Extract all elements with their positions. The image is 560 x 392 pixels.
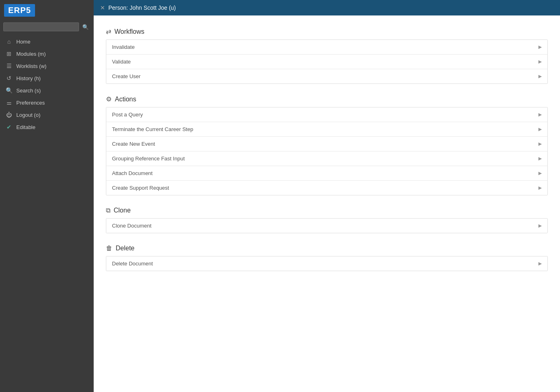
action-item-label: Grouping Reference Fast Input	[112, 155, 185, 162]
action-item-label: Terminate the Current Career Step	[112, 126, 193, 132]
action-item-label: Attach Document	[112, 170, 153, 176]
sidebar-item-label: Home	[16, 39, 31, 45]
clone-item-doc[interactable]: Clone Document ▶	[106, 219, 547, 233]
sidebar-item-worklists[interactable]: ☰ Worklists (w)	[0, 60, 94, 72]
nav-menu: ⌂ Home ⊞ Modules (m) ☰ Worklists (w) ↺ H…	[0, 34, 94, 392]
sidebar-item-label: History (h)	[16, 75, 41, 81]
arrow-icon: ▶	[538, 59, 542, 64]
workflow-item-label: Create User	[112, 73, 141, 79]
delete-item-label: Delete Document	[112, 261, 153, 267]
list-icon: ☰	[6, 63, 12, 69]
sidebar-item-label: Modules (m)	[16, 51, 46, 57]
history-icon: ↺	[6, 75, 12, 81]
sidebar-item-editable[interactable]: ✔ Editable	[0, 121, 94, 133]
delete-section: 🗑 Delete Delete Document ▶	[106, 245, 548, 271]
search-input[interactable]	[3, 22, 79, 31]
clone-icon: ⧉	[106, 207, 110, 214]
power-icon: ⏻	[6, 112, 12, 118]
trash-icon: 🗑	[106, 245, 112, 252]
workflows-title: ⇄ Workflows	[106, 28, 548, 35]
sidebar-item-search[interactable]: 🔍 Search (s)	[0, 84, 94, 96]
delete-list: Delete Document ▶	[106, 256, 548, 271]
action-item-label: Create New Event	[112, 141, 155, 147]
arrow-icon: ▶	[538, 141, 542, 147]
workflows-icon: ⇄	[106, 28, 111, 35]
clone-list: Clone Document ▶	[106, 218, 548, 233]
workflows-section: ⇄ Workflows Invalidate ▶ Validate ▶ Crea…	[106, 28, 548, 84]
search-button[interactable]: 🔍	[81, 23, 90, 31]
check-icon: ✔	[6, 124, 12, 130]
action-item-attach-doc[interactable]: Attach Document ▶	[106, 166, 547, 181]
close-tab-icon[interactable]: ✕	[100, 4, 105, 11]
action-item-post-query[interactable]: Post a Query ▶	[106, 107, 547, 122]
clone-label: Clone	[114, 207, 131, 214]
sidebar-item-label: Editable	[16, 124, 35, 130]
arrow-icon: ▶	[538, 185, 542, 191]
arrow-icon: ▶	[538, 44, 542, 50]
sidebar-item-label: Worklists (w)	[16, 63, 46, 69]
sidebar-item-label: Search (s)	[16, 88, 41, 94]
sidebar-item-label: Logout (o)	[16, 112, 40, 118]
arrow-icon: ▶	[538, 112, 542, 117]
gear-icon: ⚙	[106, 95, 112, 103]
topbar: ✕ Person: John Scott Joe (u)	[94, 0, 560, 15]
arrow-icon: ▶	[538, 223, 542, 228]
puzzle-icon: ⊞	[6, 50, 12, 57]
workflows-label: Workflows	[114, 28, 145, 35]
delete-title: 🗑 Delete	[106, 245, 548, 252]
action-item-terminate-career[interactable]: Terminate the Current Career Step ▶	[106, 122, 547, 137]
arrow-icon: ▶	[538, 261, 542, 266]
page-title: Person: John Scott Joe (u)	[108, 4, 176, 11]
sidebar-item-history[interactable]: ↺ History (h)	[0, 72, 94, 84]
workflow-item-label: Validate	[112, 59, 131, 65]
arrow-icon: ▶	[538, 74, 542, 79]
action-item-label: Post a Query	[112, 112, 143, 118]
main-content: ✕ Person: John Scott Joe (u) ⇄ Workflows…	[94, 0, 560, 392]
arrow-icon: ▶	[538, 171, 542, 176]
actions-title: ⚙ Actions	[106, 95, 548, 103]
actions-label: Actions	[115, 96, 136, 103]
clone-title: ⧉ Clone	[106, 207, 548, 214]
sidebar-item-modules[interactable]: ⊞ Modules (m)	[0, 48, 94, 60]
actions-list: Post a Query ▶ Terminate the Current Car…	[106, 107, 548, 195]
content-area: ⇄ Workflows Invalidate ▶ Validate ▶ Crea…	[94, 15, 560, 392]
workflow-item-create-user[interactable]: Create User ▶	[106, 69, 547, 83]
home-icon: ⌂	[6, 38, 12, 45]
sidebar-item-preferences[interactable]: ⚌ Preferences	[0, 96, 94, 109]
action-item-label: Create Support Request	[112, 185, 169, 191]
sidebar: ERP5 🔍 ⌂ Home ⊞ Modules (m) ☰ Worklists …	[0, 0, 94, 392]
arrow-icon: ▶	[538, 127, 542, 132]
action-item-create-event[interactable]: Create New Event ▶	[106, 137, 547, 151]
actions-section: ⚙ Actions Post a Query ▶ Terminate the C…	[106, 95, 548, 195]
logo[interactable]: ERP5	[4, 4, 35, 17]
workflow-item-invalidate[interactable]: Invalidate ▶	[106, 40, 547, 55]
action-item-create-support[interactable]: Create Support Request ▶	[106, 181, 547, 195]
delete-item-doc[interactable]: Delete Document ▶	[106, 256, 547, 271]
action-item-grouping-ref[interactable]: Grouping Reference Fast Input ▶	[106, 151, 547, 166]
workflows-list: Invalidate ▶ Validate ▶ Create User ▶	[106, 39, 548, 84]
sidebar-item-logout[interactable]: ⏻ Logout (o)	[0, 109, 94, 121]
delete-label: Delete	[116, 245, 134, 252]
sidebar-item-home[interactable]: ⌂ Home	[0, 35, 94, 48]
search-icon: 🔍	[6, 87, 12, 94]
sliders-icon: ⚌	[6, 99, 12, 106]
search-bar-container: 🔍	[0, 20, 94, 34]
logo-area: ERP5	[0, 0, 94, 20]
workflow-item-label: Invalidate	[112, 44, 135, 50]
clone-item-label: Clone Document	[112, 223, 152, 229]
workflow-item-validate[interactable]: Validate ▶	[106, 55, 547, 69]
clone-section: ⧉ Clone Clone Document ▶	[106, 207, 548, 233]
arrow-icon: ▶	[538, 156, 542, 161]
sidebar-item-label: Preferences	[16, 100, 45, 106]
